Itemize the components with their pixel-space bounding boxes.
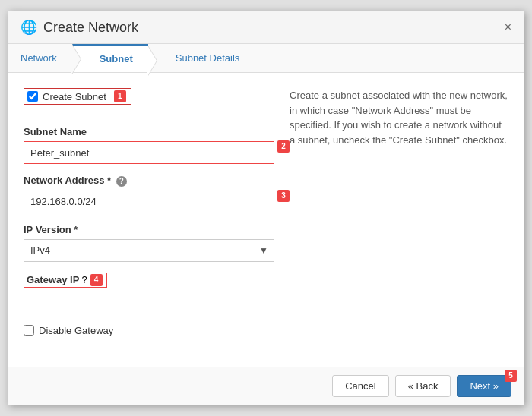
breadcrumb-network-label: Network: [21, 52, 57, 64]
form-section: Create Subnet 1 Subnet Name 2 Network Ad…: [24, 88, 274, 336]
dialog-header: 🌐 Create Network ×: [8, 11, 524, 44]
subnet-name-input[interactable]: [24, 141, 274, 164]
network-address-group: Network Address * ? 3: [24, 175, 274, 213]
network-address-help-icon[interactable]: ?: [116, 176, 127, 187]
subnet-name-badge: 2: [277, 140, 290, 153]
ip-version-label: IP Version *: [24, 224, 274, 235]
gateway-ip-input[interactable]: [24, 292, 274, 314]
create-subnet-row: Create Subnet 1: [24, 88, 274, 115]
network-address-label: Network Address * ?: [24, 175, 274, 187]
dialog-title: 🌐 Create Network: [21, 19, 138, 36]
breadcrumb-subnet-details-label: Subnet Details: [176, 52, 240, 64]
create-subnet-badge: 1: [114, 90, 126, 102]
gateway-ip-badge: 4: [90, 274, 103, 286]
breadcrumb-subnet-label: Subnet: [100, 53, 133, 65]
disable-gateway-row: Disable Gateway: [24, 325, 274, 336]
ip-version-select-wrapper: IPv4 IPv6 ▼: [24, 239, 274, 262]
next-badge: 5: [505, 370, 517, 382]
network-address-badge: 3: [277, 190, 290, 202]
gateway-ip-label-row: Gateway IP ? 4: [24, 273, 274, 288]
ip-version-group: IP Version * IPv4 IPv6 ▼: [24, 224, 274, 262]
breadcrumb-arrow-inner-1: [71, 44, 81, 74]
dialog-footer: Cancel « Back Next » 5: [8, 367, 524, 405]
subnet-name-group: Subnet Name 2: [24, 126, 274, 164]
ip-version-select[interactable]: IPv4 IPv6: [24, 239, 274, 262]
cancel-button[interactable]: Cancel: [332, 375, 388, 397]
back-button[interactable]: « Back: [395, 375, 451, 397]
next-button-label: Next »: [470, 380, 499, 392]
create-subnet-checkbox[interactable]: [27, 91, 38, 102]
gateway-ip-group: Gateway IP ? 4: [24, 273, 274, 314]
breadcrumb-bar: Network Subnet Subnet Details: [8, 44, 524, 73]
subnet-name-input-wrapper: 2: [24, 141, 274, 164]
help-text: Create a subnet associated with the new …: [290, 88, 508, 147]
network-address-input[interactable]: [24, 191, 274, 213]
dialog-title-text: Create Network: [43, 20, 138, 36]
breadcrumb-arrow-inner-2: [147, 46, 157, 76]
breadcrumb-subnet[interactable]: Subnet: [72, 44, 148, 72]
gateway-ip-help-icon[interactable]: ?: [81, 274, 87, 285]
gateway-ip-border: Gateway IP ? 4: [24, 273, 107, 288]
breadcrumb-network[interactable]: Network: [8, 44, 72, 72]
create-subnet-label: Create Subnet: [43, 91, 106, 102]
gateway-ip-label-text: Gateway IP: [27, 274, 79, 285]
dialog-body: Create Subnet 1 Subnet Name 2 Network Ad…: [8, 73, 524, 351]
breadcrumb-subnet-details[interactable]: Subnet Details: [148, 44, 255, 72]
network-address-input-wrapper: 3: [24, 191, 274, 213]
next-button[interactable]: Next » 5: [457, 375, 511, 397]
subnet-name-label: Subnet Name: [24, 126, 274, 137]
create-network-dialog: 🌐 Create Network × Network Subnet Subnet…: [8, 11, 524, 405]
network-icon: 🌐: [21, 19, 37, 36]
close-button[interactable]: ×: [505, 21, 511, 33]
help-section: Create a subnet associated with the new …: [290, 88, 508, 336]
disable-gateway-checkbox[interactable]: [24, 325, 34, 336]
disable-gateway-label: Disable Gateway: [39, 325, 113, 336]
